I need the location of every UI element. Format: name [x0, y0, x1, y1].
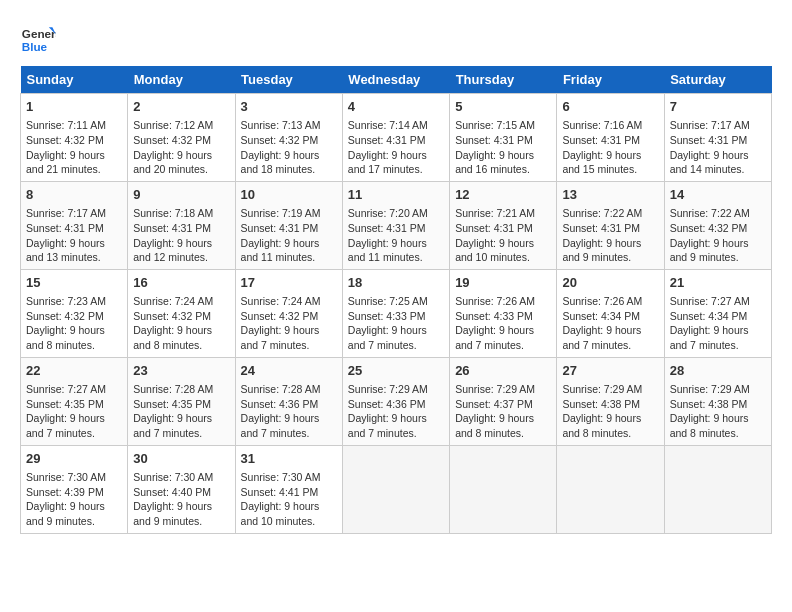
sunrise-text: Sunrise: 7:22 AM — [670, 207, 750, 219]
page-header: General Blue — [20, 20, 772, 56]
sunset-text: Sunset: 4:39 PM — [26, 486, 104, 498]
sunrise-text: Sunrise: 7:20 AM — [348, 207, 428, 219]
day-number: 8 — [26, 186, 122, 204]
weekday-header-cell: Friday — [557, 66, 664, 94]
day-number: 7 — [670, 98, 766, 116]
sunrise-text: Sunrise: 7:29 AM — [562, 383, 642, 395]
sunset-text: Sunset: 4:38 PM — [670, 398, 748, 410]
sunset-text: Sunset: 4:32 PM — [26, 310, 104, 322]
weekday-header-cell: Monday — [128, 66, 235, 94]
weekday-header-cell: Wednesday — [342, 66, 449, 94]
calendar-week-row: 29Sunrise: 7:30 AMSunset: 4:39 PMDayligh… — [21, 445, 772, 533]
day-number: 13 — [562, 186, 658, 204]
sunset-text: Sunset: 4:34 PM — [562, 310, 640, 322]
sunset-text: Sunset: 4:31 PM — [348, 222, 426, 234]
svg-text:Blue: Blue — [22, 40, 48, 53]
sunrise-text: Sunrise: 7:30 AM — [26, 471, 106, 483]
day-number: 25 — [348, 362, 444, 380]
day-number: 17 — [241, 274, 337, 292]
sunrise-text: Sunrise: 7:30 AM — [133, 471, 213, 483]
calendar-day-cell: 24Sunrise: 7:28 AMSunset: 4:36 PMDayligh… — [235, 357, 342, 445]
daylight-text: Daylight: 9 hours and 8 minutes. — [562, 412, 641, 439]
day-number: 15 — [26, 274, 122, 292]
calendar-day-cell: 4Sunrise: 7:14 AMSunset: 4:31 PMDaylight… — [342, 94, 449, 182]
sunset-text: Sunset: 4:33 PM — [455, 310, 533, 322]
daylight-text: Daylight: 9 hours and 21 minutes. — [26, 149, 105, 176]
sunset-text: Sunset: 4:35 PM — [26, 398, 104, 410]
calendar-day-cell: 19Sunrise: 7:26 AMSunset: 4:33 PMDayligh… — [450, 269, 557, 357]
day-number: 29 — [26, 450, 122, 468]
calendar-day-cell: 3Sunrise: 7:13 AMSunset: 4:32 PMDaylight… — [235, 94, 342, 182]
day-number: 12 — [455, 186, 551, 204]
sunset-text: Sunset: 4:31 PM — [562, 134, 640, 146]
day-number: 24 — [241, 362, 337, 380]
daylight-text: Daylight: 9 hours and 7 minutes. — [26, 412, 105, 439]
sunrise-text: Sunrise: 7:13 AM — [241, 119, 321, 131]
day-number: 3 — [241, 98, 337, 116]
daylight-text: Daylight: 9 hours and 8 minutes. — [455, 412, 534, 439]
calendar-week-row: 22Sunrise: 7:27 AMSunset: 4:35 PMDayligh… — [21, 357, 772, 445]
daylight-text: Daylight: 9 hours and 18 minutes. — [241, 149, 320, 176]
sunset-text: Sunset: 4:41 PM — [241, 486, 319, 498]
sunset-text: Sunset: 4:32 PM — [26, 134, 104, 146]
sunrise-text: Sunrise: 7:29 AM — [455, 383, 535, 395]
calendar-week-row: 15Sunrise: 7:23 AMSunset: 4:32 PMDayligh… — [21, 269, 772, 357]
calendar-day-cell — [664, 445, 771, 533]
calendar-day-cell: 10Sunrise: 7:19 AMSunset: 4:31 PMDayligh… — [235, 181, 342, 269]
sunrise-text: Sunrise: 7:23 AM — [26, 295, 106, 307]
calendar-day-cell: 25Sunrise: 7:29 AMSunset: 4:36 PMDayligh… — [342, 357, 449, 445]
day-number: 31 — [241, 450, 337, 468]
calendar-day-cell: 5Sunrise: 7:15 AMSunset: 4:31 PMDaylight… — [450, 94, 557, 182]
daylight-text: Daylight: 9 hours and 20 minutes. — [133, 149, 212, 176]
sunrise-text: Sunrise: 7:24 AM — [133, 295, 213, 307]
daylight-text: Daylight: 9 hours and 14 minutes. — [670, 149, 749, 176]
sunset-text: Sunset: 4:36 PM — [348, 398, 426, 410]
calendar-day-cell: 13Sunrise: 7:22 AMSunset: 4:31 PMDayligh… — [557, 181, 664, 269]
sunrise-text: Sunrise: 7:26 AM — [562, 295, 642, 307]
day-number: 19 — [455, 274, 551, 292]
daylight-text: Daylight: 9 hours and 7 minutes. — [133, 412, 212, 439]
sunrise-text: Sunrise: 7:25 AM — [348, 295, 428, 307]
sunrise-text: Sunrise: 7:15 AM — [455, 119, 535, 131]
calendar-table: SundayMondayTuesdayWednesdayThursdayFrid… — [20, 66, 772, 534]
daylight-text: Daylight: 9 hours and 12 minutes. — [133, 237, 212, 264]
calendar-day-cell: 6Sunrise: 7:16 AMSunset: 4:31 PMDaylight… — [557, 94, 664, 182]
sunrise-text: Sunrise: 7:24 AM — [241, 295, 321, 307]
daylight-text: Daylight: 9 hours and 8 minutes. — [26, 324, 105, 351]
day-number: 30 — [133, 450, 229, 468]
daylight-text: Daylight: 9 hours and 8 minutes. — [670, 412, 749, 439]
sunset-text: Sunset: 4:31 PM — [670, 134, 748, 146]
sunset-text: Sunset: 4:31 PM — [133, 222, 211, 234]
calendar-day-cell: 17Sunrise: 7:24 AMSunset: 4:32 PMDayligh… — [235, 269, 342, 357]
daylight-text: Daylight: 9 hours and 9 minutes. — [26, 500, 105, 527]
calendar-day-cell: 18Sunrise: 7:25 AMSunset: 4:33 PMDayligh… — [342, 269, 449, 357]
calendar-day-cell: 7Sunrise: 7:17 AMSunset: 4:31 PMDaylight… — [664, 94, 771, 182]
calendar-day-cell: 28Sunrise: 7:29 AMSunset: 4:38 PMDayligh… — [664, 357, 771, 445]
calendar-day-cell: 30Sunrise: 7:30 AMSunset: 4:40 PMDayligh… — [128, 445, 235, 533]
day-number: 26 — [455, 362, 551, 380]
sunset-text: Sunset: 4:33 PM — [348, 310, 426, 322]
day-number: 5 — [455, 98, 551, 116]
weekday-header-cell: Sunday — [21, 66, 128, 94]
day-number: 9 — [133, 186, 229, 204]
sunrise-text: Sunrise: 7:28 AM — [133, 383, 213, 395]
daylight-text: Daylight: 9 hours and 17 minutes. — [348, 149, 427, 176]
sunset-text: Sunset: 4:32 PM — [133, 310, 211, 322]
calendar-day-cell: 29Sunrise: 7:30 AMSunset: 4:39 PMDayligh… — [21, 445, 128, 533]
day-number: 16 — [133, 274, 229, 292]
sunrise-text: Sunrise: 7:18 AM — [133, 207, 213, 219]
daylight-text: Daylight: 9 hours and 7 minutes. — [241, 324, 320, 351]
sunrise-text: Sunrise: 7:27 AM — [26, 383, 106, 395]
weekday-header-cell: Tuesday — [235, 66, 342, 94]
calendar-day-cell: 26Sunrise: 7:29 AMSunset: 4:37 PMDayligh… — [450, 357, 557, 445]
sunrise-text: Sunrise: 7:14 AM — [348, 119, 428, 131]
day-number: 28 — [670, 362, 766, 380]
sunrise-text: Sunrise: 7:22 AM — [562, 207, 642, 219]
daylight-text: Daylight: 9 hours and 10 minutes. — [455, 237, 534, 264]
sunset-text: Sunset: 4:31 PM — [562, 222, 640, 234]
calendar-day-cell: 8Sunrise: 7:17 AMSunset: 4:31 PMDaylight… — [21, 181, 128, 269]
sunrise-text: Sunrise: 7:26 AM — [455, 295, 535, 307]
calendar-day-cell: 12Sunrise: 7:21 AMSunset: 4:31 PMDayligh… — [450, 181, 557, 269]
sunset-text: Sunset: 4:37 PM — [455, 398, 533, 410]
day-number: 21 — [670, 274, 766, 292]
